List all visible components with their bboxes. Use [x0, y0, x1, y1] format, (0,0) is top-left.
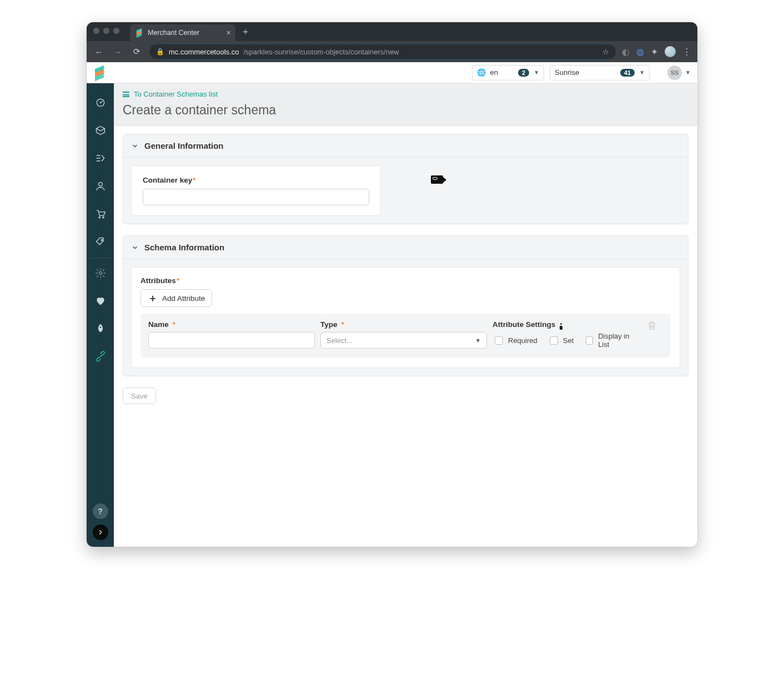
- panel-title: Schema Information: [144, 243, 224, 252]
- nav-catalog-icon[interactable]: [87, 117, 114, 144]
- address-path: /sparkles-sunrise/custom-objects/contain…: [243, 48, 399, 56]
- bookmark-star-icon[interactable]: ☆: [602, 48, 609, 56]
- tab-favicon: [135, 29, 143, 37]
- back-to-list-link[interactable]: To Container Schemas list: [123, 90, 688, 98]
- col-type-label: Type: [320, 320, 338, 329]
- add-attribute-button[interactable]: ＋ Add Attribute: [140, 289, 212, 307]
- traffic-close[interactable]: [93, 28, 99, 34]
- nav-dashboard-icon[interactable]: [87, 89, 114, 117]
- add-attribute-label: Add Attribute: [162, 294, 205, 303]
- globe-icon: 🌐: [477, 68, 486, 77]
- svg-point-4: [102, 216, 104, 218]
- list-icon: [123, 92, 129, 97]
- svg-point-1: [99, 102, 101, 104]
- tab-close-icon[interactable]: ×: [227, 28, 231, 37]
- set-checkbox[interactable]: Set: [547, 335, 574, 346]
- nav-orders-icon[interactable]: [87, 200, 114, 228]
- app-root: 🌐 en 2 ▼ Sunrise 41 ▼ SS ▼: [87, 62, 697, 547]
- svg-point-7: [99, 326, 101, 328]
- browser-forward-button[interactable]: →: [111, 47, 124, 57]
- attribute-row: Name* Type* Select... ▼: [140, 314, 671, 357]
- display-in-list-checkbox[interactable]: Display in List: [584, 332, 635, 349]
- extensions-puzzle-icon[interactable]: ✦: [651, 47, 658, 57]
- expand-sidebar-button[interactable]: [93, 525, 108, 540]
- window-traffic-lights: [93, 28, 119, 34]
- traffic-minimize[interactable]: [103, 28, 109, 34]
- svg-point-2: [98, 182, 102, 186]
- back-link-label: To Container Schemas list: [134, 90, 218, 98]
- panel-header-general[interactable]: General Information: [123, 134, 688, 158]
- browser-extension-area: ◐ ◍ ✦ ⋮: [622, 46, 692, 57]
- container-key-card: Container key*: [131, 165, 381, 216]
- tab-title: Merchant Center: [148, 29, 199, 37]
- delete-attribute-button[interactable]: [641, 320, 663, 330]
- col-settings-label: Attribute Settings: [492, 320, 555, 329]
- required-label: Required: [508, 336, 537, 345]
- project-name: Sunrise: [555, 68, 579, 77]
- page-title: Create a container schema: [123, 103, 688, 118]
- new-tab-button[interactable]: ＋: [235, 26, 255, 38]
- project-switcher[interactable]: Sunrise 41 ▼: [550, 65, 650, 80]
- display-label: Display in List: [598, 332, 635, 349]
- chevron-down-icon: ▼: [475, 338, 481, 344]
- locale-switcher[interactable]: 🌐 en 2 ▼: [472, 65, 545, 80]
- chevron-down-icon: ▼: [639, 69, 645, 75]
- svg-point-5: [101, 239, 103, 241]
- locale-count-badge: 2: [518, 69, 529, 77]
- locale-code: en: [490, 68, 498, 77]
- help-button[interactable]: ?: [93, 503, 108, 519]
- chevron-down-icon: [131, 142, 139, 150]
- browser-menu-icon[interactable]: ⋮: [682, 47, 692, 57]
- attributes-label: Attributes*: [140, 276, 671, 285]
- browser-profile-avatar[interactable]: [665, 46, 676, 57]
- page-content: To Container Schemas list Create a conta…: [114, 83, 697, 547]
- browser-back-button[interactable]: ←: [92, 47, 105, 57]
- project-count-badge: 41: [620, 69, 635, 77]
- chevron-down-icon: ▼: [685, 69, 691, 75]
- col-name-label: Name: [148, 320, 169, 329]
- nav-settings-icon[interactable]: [87, 259, 114, 287]
- browser-window: Merchant Center × ＋ ← → ⟳ 🔒 mc.commercet…: [87, 22, 697, 547]
- save-button-label: Save: [131, 392, 148, 400]
- nav-favorites-icon[interactable]: [87, 287, 114, 315]
- set-label: Set: [563, 336, 574, 345]
- extension-icon-1[interactable]: ◐: [622, 47, 630, 57]
- panel-schema-information: Schema Information Attributes* ＋ Add Att…: [123, 235, 688, 376]
- save-button[interactable]: Save: [123, 387, 156, 404]
- panel-title: General Information: [144, 141, 224, 150]
- address-bar[interactable]: 🔒 mc.commercetools.co /sparkles-sunrise/…: [149, 44, 616, 59]
- browser-toolbar: ← → ⟳ 🔒 mc.commercetools.co /sparkles-su…: [87, 41, 697, 62]
- type-placeholder: Select...: [326, 336, 353, 345]
- side-navigation: ?: [87, 83, 114, 547]
- svg-point-6: [99, 272, 102, 275]
- app-logo[interactable]: [93, 67, 105, 79]
- nav-discounts-icon[interactable]: [87, 228, 114, 255]
- container-key-input[interactable]: [143, 189, 369, 205]
- user-avatar: SS: [667, 66, 682, 80]
- extension-icon-2[interactable]: ◍: [636, 47, 644, 57]
- attribute-type-select[interactable]: Select... ▼: [320, 332, 487, 349]
- svg-point-3: [99, 216, 100, 218]
- chevron-down-icon: [131, 244, 139, 251]
- nav-customers-icon[interactable]: [87, 172, 114, 200]
- nav-categories-icon[interactable]: [87, 144, 114, 172]
- user-menu[interactable]: SS ▼: [667, 66, 691, 80]
- required-checkbox[interactable]: Required: [492, 335, 537, 346]
- video-indicator-icon: [431, 165, 443, 184]
- app-top-bar: 🌐 en 2 ▼ Sunrise 41 ▼ SS ▼: [87, 62, 697, 83]
- address-host: mc.commercetools.co: [169, 48, 239, 56]
- browser-tab-active[interactable]: Merchant Center ×: [130, 24, 235, 41]
- nav-custom-objects-icon[interactable]: [87, 342, 114, 370]
- panel-general-information: General Information Container key*: [123, 134, 688, 224]
- attribute-name-input[interactable]: [148, 332, 315, 349]
- browser-tab-bar: Merchant Center × ＋: [87, 22, 697, 41]
- browser-reload-button[interactable]: ⟳: [130, 47, 143, 57]
- nav-launch-icon[interactable]: [87, 315, 114, 342]
- lock-icon: 🔒: [156, 48, 164, 56]
- attributes-card: Attributes* ＋ Add Attribute Name*: [131, 267, 680, 368]
- container-key-label: Container key*: [143, 176, 369, 184]
- panel-header-schema[interactable]: Schema Information: [123, 236, 688, 259]
- user-initials: SS: [671, 69, 679, 76]
- page-header: To Container Schemas list Create a conta…: [114, 83, 697, 126]
- traffic-zoom[interactable]: [113, 28, 119, 34]
